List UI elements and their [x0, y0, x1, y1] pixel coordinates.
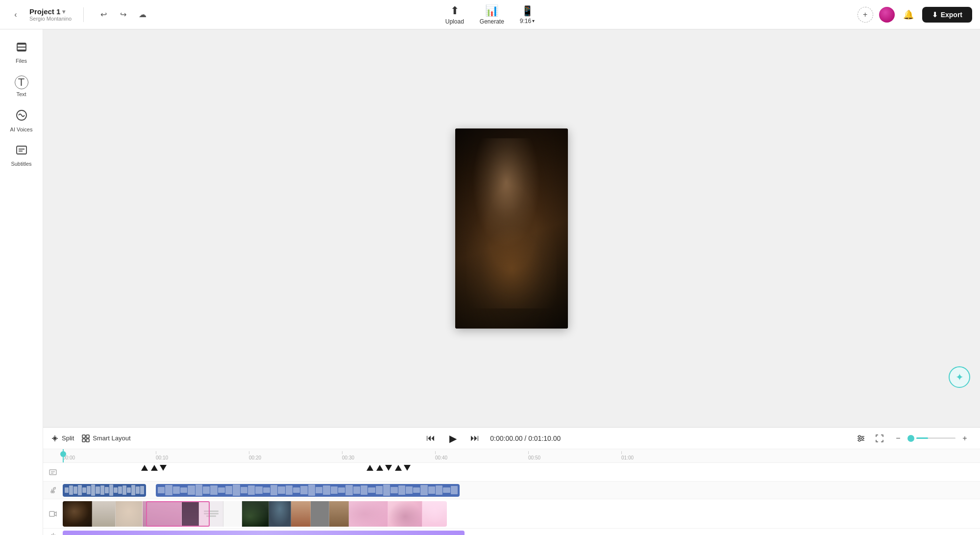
zoom-out-icon: − [896, 434, 900, 443]
zoom-track[interactable] [916, 437, 956, 439]
caption-indicator-1 [141, 465, 167, 471]
audio-clip-purple[interactable] [63, 531, 465, 535]
svg-rect-2 [17, 146, 26, 154]
zoom-fill [916, 437, 928, 439]
canvas-area: ✦ Split [43, 29, 980, 535]
forward-icon: ⏭ [470, 433, 479, 443]
zoom-in-button[interactable]: + [957, 431, 972, 446]
video-icon [49, 510, 57, 518]
files-icon [16, 41, 27, 56]
timeline-tracks[interactable] [43, 463, 980, 535]
subtitles-icon [16, 144, 27, 159]
redo-button[interactable]: ↪ [115, 7, 131, 23]
forward-button[interactable]: ⏭ [467, 431, 482, 446]
thumb-pink-2 [388, 501, 422, 527]
play-icon: ▶ [449, 433, 457, 444]
thumb-pink-1 [349, 501, 388, 527]
text-icon: T [15, 76, 28, 89]
thumb-pink-3 [422, 501, 447, 527]
svg-rect-7 [82, 439, 85, 442]
header-center: ⬆ Upload 📊 Generate 📱 9:16 ▾ [445, 4, 535, 25]
generate-label: Generate [480, 18, 504, 25]
transport-controls: ⏮ ▶ ⏭ [423, 430, 482, 447]
svg-point-13 [861, 437, 863, 439]
caption-track-header [43, 468, 63, 476]
upload-action[interactable]: ⬆ Upload [445, 4, 464, 25]
caption-track [43, 463, 980, 482]
sidebar-item-text[interactable]: T Text [4, 72, 39, 101]
bottom-audio-header [43, 532, 63, 535]
play-button[interactable]: ▶ [444, 430, 462, 447]
thumb-1 [63, 501, 92, 527]
thumb-8 [242, 501, 269, 527]
upload-icon: ⬆ [450, 4, 459, 17]
bottom-audio-content[interactable] [63, 529, 980, 535]
project-title-row[interactable]: Project 1 ▾ [29, 7, 72, 16]
split-label: Split [62, 434, 74, 442]
back-icon: ‹ [14, 10, 17, 19]
fit-timeline-button[interactable] [872, 431, 887, 446]
timeline-right-controls: − + [854, 431, 972, 446]
add-collaborator-button[interactable]: + [858, 7, 873, 23]
video-thumbnails[interactable] [63, 501, 447, 527]
svg-point-12 [858, 435, 860, 437]
zoom-out-button[interactable]: − [891, 431, 906, 446]
ruler-mark-2: 00:20 [249, 451, 261, 460]
rewind-button[interactable]: ⏮ [423, 431, 438, 446]
notification-button[interactable]: 🔔 [901, 7, 916, 23]
current-time: 0:00:00.00 [490, 434, 522, 442]
sidebar-item-subtitles[interactable]: Subtitles [4, 140, 39, 171]
svg-rect-15 [49, 470, 56, 475]
video-track [43, 499, 980, 529]
ruler-mark-5: 00:50 [528, 451, 540, 460]
redo-icon: ↪ [120, 10, 126, 19]
avatar[interactable] [879, 7, 895, 23]
audio-waveform-track [43, 482, 980, 499]
video-track-content[interactable] [63, 499, 980, 529]
audio-segment-1[interactable] [63, 484, 146, 497]
caption-track-content[interactable] [63, 463, 980, 481]
zoom-in-icon: + [962, 434, 967, 443]
timeline-ruler: 00:00 00:10 00:20 00:30 00:40 00:50 01:0… [43, 449, 980, 463]
playhead-dot [60, 451, 66, 457]
sidebar: Files T Text AI Voices Subt [0, 29, 43, 535]
ruler-mark-4: 00:40 [435, 451, 447, 460]
undo-redo-group: ↩ ↪ ☁ [96, 7, 150, 23]
waveform-bars-1 [65, 484, 144, 497]
files-label: Files [16, 58, 27, 64]
sidebar-item-files[interactable]: Files [4, 37, 39, 68]
thumb-3 [116, 501, 143, 527]
add-collaborator-icon: + [863, 10, 867, 19]
smart-layout-tool[interactable]: Smart Layout [82, 434, 130, 442]
settings-icon [857, 434, 865, 443]
cloud-save-button[interactable]: ☁ [135, 7, 150, 23]
svg-point-14 [858, 439, 860, 441]
aspect-ratio-action[interactable]: 📱 9:16 ▾ [520, 5, 535, 25]
sidebar-item-ai-voices[interactable]: AI Voices [4, 105, 39, 136]
smart-layout-icon [82, 434, 90, 442]
avatar-image [879, 7, 895, 23]
timeline-area: Split Smart Layout ⏮ [43, 427, 980, 535]
timeline-settings-button[interactable] [854, 431, 868, 446]
svg-rect-6 [86, 435, 89, 438]
audio-waveform-content[interactable] [63, 482, 980, 499]
undo-button[interactable]: ↩ [96, 7, 111, 23]
thumb-2 [92, 501, 116, 527]
generate-action[interactable]: 📊 Generate [480, 4, 504, 25]
subtitles-label: Subtitles [11, 161, 31, 167]
main-layout: Files T Text AI Voices Subt [0, 29, 980, 535]
svg-rect-8 [86, 439, 89, 442]
zoom-control: − + [891, 431, 972, 446]
export-button[interactable]: ⬇ Export [922, 7, 972, 23]
audio-segment-2[interactable] [156, 484, 460, 497]
caption-indicator-2 [367, 465, 411, 471]
magic-button[interactable]: ✦ [949, 366, 970, 388]
time-separator: / [524, 434, 528, 442]
smart-layout-label: Smart Layout [93, 434, 130, 442]
split-tool[interactable]: Split [51, 434, 74, 442]
header-right: + 🔔 ⬇ Export [858, 7, 972, 23]
video-track-header [43, 510, 63, 518]
svg-rect-5 [82, 435, 85, 438]
back-button[interactable]: ‹ [8, 7, 24, 23]
ai-voices-icon [15, 109, 28, 125]
